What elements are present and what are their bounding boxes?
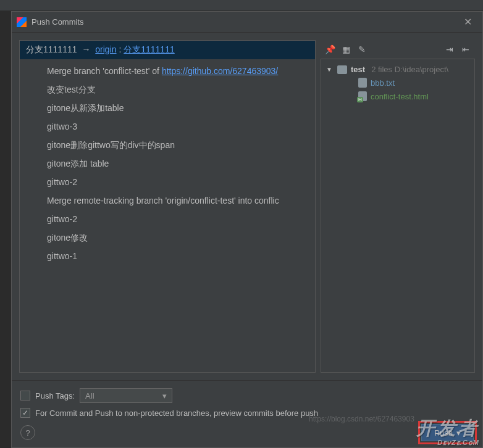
commit-item[interactable]: Merge remote-tracking branch 'origin/con… [20,191,315,210]
collapse-all-icon[interactable]: ⇤ [459,43,472,56]
folder-icon [337,65,347,74]
watermark-brand: 开发者 DᴇᴠZᴇ.CᴏM [416,416,479,447]
arrow-icon: → [82,44,90,54]
file-item[interactable]: conflict-test.html [324,89,472,103]
commit-item[interactable]: Merge branch 'conflict-test' of https://… [20,62,315,80]
folder-name: test [351,65,365,74]
app-icon [17,17,27,27]
expand-all-icon[interactable]: ⇥ [443,43,456,56]
remote-branch-link[interactable]: 分支1111111 [124,44,175,54]
close-button[interactable]: ✕ [458,12,477,32]
titlebar: Push Commits ✕ [12,12,482,33]
push-tags-checkbox[interactable] [20,391,30,400]
remote-name-link[interactable]: origin [95,44,116,54]
file-tree[interactable]: ▼ test 2 files D:\idea\project\ bbb.txt … [321,59,475,373]
commits-panel: 分支1111111 → origin : 分支1111111 Merge bra… [19,40,316,373]
commit-item[interactable]: gittwo-2 [20,210,315,228]
commit-item[interactable]: gitone从新添加table [20,99,315,117]
push-commits-dialog: Push Commits ✕ 分支1111111 → origin : 分支11… [11,11,483,448]
files-toolbar: 📌 ▦ ✎ ⇥ ⇤ [321,40,475,59]
commit-item[interactable]: 改变test分支 [20,80,315,99]
push-tags-label: Push Tags: [35,391,75,400]
file-icon [358,91,367,101]
commit-item[interactable]: gitone修改 [20,228,315,247]
group-icon[interactable]: ▦ [339,43,353,56]
local-branch: 分支1111111 [26,44,77,54]
preview-checkbox[interactable] [20,408,30,418]
folder-meta: 2 files D:\idea\project\ [371,65,448,74]
file-icon [358,78,367,88]
dialog-footer: Push Tags: All For Commit and Push to no… [12,380,482,447]
dialog-title: Push Commits [32,17,458,27]
commit-item[interactable]: gittwo-1 [20,247,315,265]
preview-label: For Commit and Push to non-protected bra… [35,409,318,418]
file-name: conflict-test.html [371,92,429,101]
commit-link[interactable]: https://github.com/627463903/ [162,66,278,76]
edit-icon[interactable]: ✎ [355,43,369,56]
file-name: bbb.txt [371,78,395,88]
watermark-url: https://blog.csdn.net/627463903 [309,415,414,423]
commit-list[interactable]: Merge branch 'conflict-test' of https://… [20,59,315,372]
tree-root[interactable]: ▼ test 2 files D:\idea\project\ [324,63,472,76]
help-button[interactable]: ? [20,425,35,440]
file-item[interactable]: bbb.txt [324,76,472,89]
commit-item[interactable]: gittwo-3 [20,117,315,136]
pin-icon[interactable]: 📌 [323,43,337,56]
branch-header[interactable]: 分支1111111 → origin : 分支1111111 [20,41,315,59]
commit-item[interactable]: gittwo-2 [20,173,315,191]
chevron-down-icon[interactable]: ▼ [326,66,334,73]
push-tags-select[interactable]: All [80,388,172,403]
commit-item[interactable]: gitone添加 table [20,154,315,173]
commit-item[interactable]: gitone删除gittwo写的div中的span [20,136,315,154]
